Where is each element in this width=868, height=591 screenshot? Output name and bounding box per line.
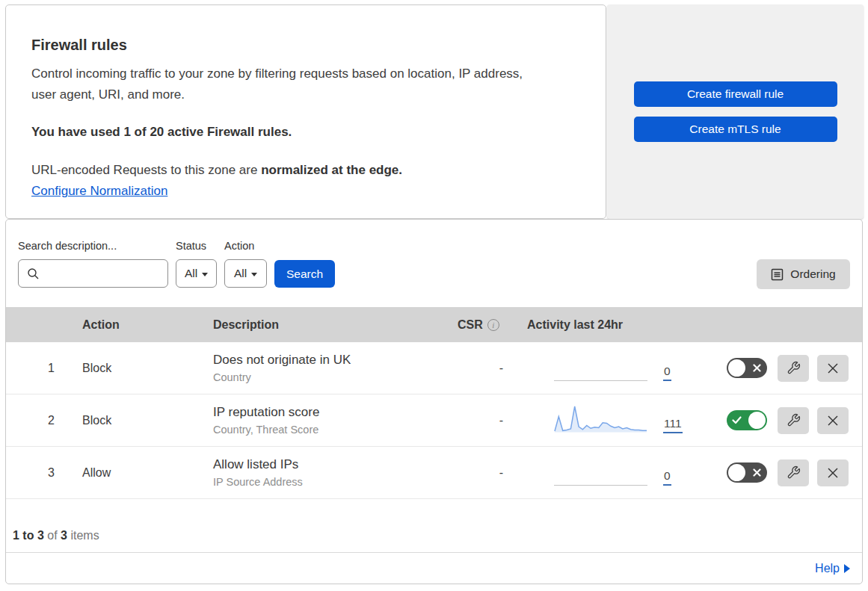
configure-normalization-link[interactable]: Configure Normalization — [31, 184, 167, 198]
rule-number: 3 — [6, 466, 73, 480]
rule-enabled-toggle[interactable] — [727, 410, 767, 430]
cta-panel: Create firewall rule Create mTLS rule — [607, 4, 864, 219]
toggle-knob — [728, 464, 745, 481]
column-header-description: Description — [198, 318, 451, 332]
chevron-down-icon — [202, 273, 208, 276]
firewall-rules-panel: Search description... Status All Action … — [5, 219, 863, 584]
delete-rule-button[interactable] — [817, 407, 849, 434]
activity-count-link[interactable]: 0 — [663, 365, 671, 381]
help-bar: Help — [6, 553, 862, 584]
rule-title: Allow listed IPs — [213, 457, 451, 472]
intro-description: Control incoming traffic to your zone by… — [31, 64, 540, 105]
activity-count-link[interactable]: 111 — [663, 417, 683, 433]
edit-rule-button[interactable] — [778, 407, 809, 434]
rule-subtitle: Country — [213, 371, 451, 383]
items-word: items — [70, 529, 99, 542]
ordering-button-label: Ordering — [790, 267, 835, 281]
activity-sparkline — [554, 403, 647, 433]
create-firewall-rule-button[interactable]: Create firewall rule — [634, 81, 837, 107]
rule-action: Block — [73, 362, 198, 375]
rule-activity: 111 — [520, 403, 709, 433]
rule-description: Allow listed IPs IP Source Address — [198, 457, 451, 488]
close-icon — [826, 414, 840, 427]
action-label: Action — [224, 240, 267, 252]
status-select[interactable]: All — [176, 259, 217, 288]
filter-bar: Search description... Status All Action … — [6, 220, 862, 307]
toggle-knob — [728, 359, 745, 377]
close-icon — [826, 466, 840, 480]
arrow-right-icon — [844, 564, 850, 573]
intro-card: Firewall rules Control incoming traffic … — [5, 4, 606, 219]
rule-action: Allow — [73, 466, 198, 480]
rule-subtitle: Country, Threat Score — [213, 424, 451, 436]
action-select-value: All — [234, 267, 247, 280]
rule-subtitle: IP Source Address — [213, 476, 451, 488]
activity-sparkline-flat — [554, 456, 647, 486]
rule-description: IP reputation score Country, Threat Scor… — [198, 405, 451, 436]
toggle-knob — [748, 412, 766, 429]
rule-title: Does not originate in UK — [213, 353, 451, 368]
column-header-activity: Activity last 24hr — [520, 318, 709, 332]
rule-csr: - — [451, 466, 520, 480]
list-document-icon — [771, 268, 784, 281]
rule-activity: 0 — [520, 351, 709, 381]
rule-title: IP reputation score — [213, 405, 451, 420]
sparkline-chart — [554, 403, 647, 433]
normalization-note: URL-encoded Requests to this zone are no… — [31, 160, 576, 202]
help-link[interactable]: Help — [815, 562, 850, 575]
status-label: Status — [176, 240, 217, 252]
search-button-group: Search — [274, 240, 335, 288]
info-icon[interactable]: i — [487, 319, 499, 331]
ordering-button[interactable]: Ordering — [757, 259, 850, 289]
search-input[interactable] — [18, 259, 168, 288]
rule-enabled-toggle[interactable] — [727, 358, 767, 378]
delete-rule-button[interactable] — [817, 460, 849, 486]
wrench-icon — [787, 361, 801, 375]
table-header: Action Description CSR i Activity last 2… — [6, 307, 862, 342]
column-header-action: Action — [73, 318, 198, 332]
edit-rule-button[interactable] — [778, 355, 809, 382]
toggle-state-icon — [753, 358, 761, 378]
page-title: Firewall rules — [31, 35, 576, 55]
toggle-state-icon — [732, 410, 742, 430]
chevron-down-icon — [251, 273, 257, 276]
action-filter-group: Action All — [224, 240, 267, 288]
delete-rule-button[interactable] — [817, 355, 849, 382]
status-filter-group: Status All — [176, 240, 217, 288]
column-header-csr: CSR i — [451, 318, 520, 332]
pagination-summary: 1 to 3 of 3 items — [6, 499, 862, 553]
activity-count-link[interactable]: 0 — [663, 469, 671, 486]
edit-rule-button[interactable] — [778, 460, 809, 486]
search-group: Search description... — [18, 240, 168, 288]
normalization-bold: normalized at the edge. — [261, 163, 402, 177]
search-button[interactable]: Search — [274, 260, 335, 288]
wrench-icon — [787, 465, 801, 480]
rule-number: 2 — [6, 414, 73, 427]
action-select[interactable]: All — [224, 259, 267, 288]
rule-action: Block — [73, 414, 198, 427]
rule-controls — [709, 407, 862, 434]
table-row: 2 Block IP reputation score Country, Thr… — [6, 394, 862, 447]
create-mtls-rule-button[interactable]: Create mTLS rule — [634, 117, 837, 142]
activity-sparkline-flat — [554, 351, 647, 381]
rule-csr: - — [451, 414, 520, 427]
wrench-icon — [787, 413, 801, 427]
items-total: 3 — [61, 529, 67, 542]
toggle-state-icon — [753, 462, 761, 483]
rule-controls — [709, 355, 862, 382]
search-label: Search description... — [18, 240, 168, 252]
close-icon — [826, 362, 840, 375]
table-row: 1 Block Does not originate in UK Country… — [6, 342, 862, 394]
rule-controls — [709, 460, 862, 486]
rule-activity: 0 — [520, 456, 709, 486]
rule-csr: - — [451, 362, 520, 375]
rule-number: 1 — [6, 362, 73, 375]
search-icon — [27, 267, 40, 280]
usage-summary: You have used 1 of 20 active Firewall ru… — [31, 123, 576, 141]
status-select-value: All — [185, 267, 197, 280]
items-range: 1 to 3 — [13, 529, 44, 542]
rule-description: Does not originate in UK Country — [198, 353, 451, 383]
help-label: Help — [815, 562, 840, 575]
csr-header-label: CSR — [458, 318, 483, 332]
rule-enabled-toggle[interactable] — [727, 462, 767, 483]
